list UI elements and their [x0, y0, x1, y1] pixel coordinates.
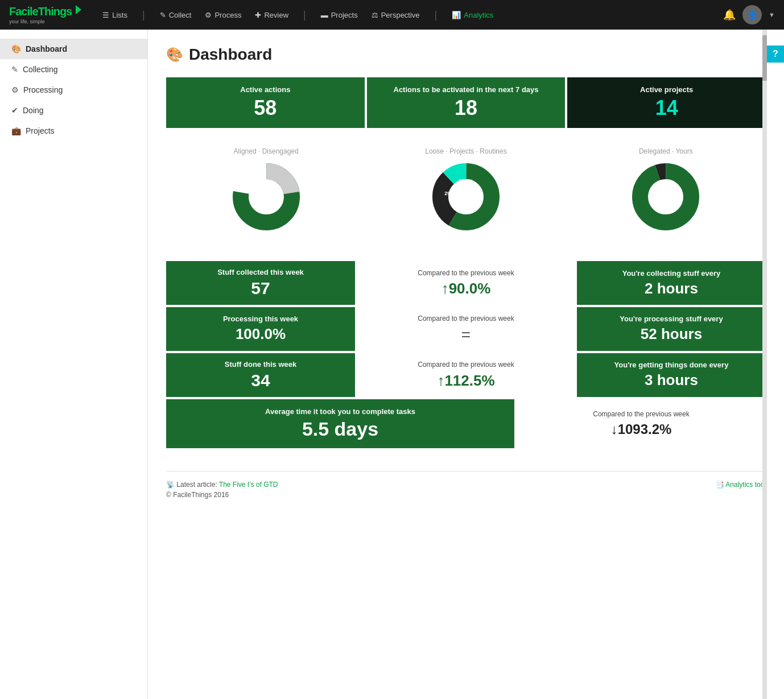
donut-delegated: Delegated · Yours 94.8% [566, 147, 766, 234]
donut-delegated-legend: Delegated · Yours [638, 147, 694, 155]
nav-analytics[interactable]: 📊 Analytics [446, 7, 499, 23]
processing-compare: Compared to the previous week = [357, 307, 575, 351]
active-projects-card: Active projects 14 [567, 77, 766, 128]
page-layout: 🎨 Dashboard ✎ Collecting ⚙ Processing ✔ … [0, 30, 784, 699]
metrics-row-processing: Processing this week 100.0% Compared to … [166, 307, 766, 351]
dashboard-icon: 🎨 [11, 44, 21, 53]
active-actions-value: 58 [254, 96, 277, 120]
processing-card: Processing this week 100.0% [166, 307, 355, 351]
nav-review[interactable]: ✚ Review [249, 7, 294, 23]
footer-analytics-tool[interactable]: 📑 Analytics tool [716, 481, 766, 499]
active-actions-label: Active actions [240, 85, 290, 94]
metrics-grid: Stuff collected this week 57 Compared to… [166, 261, 766, 448]
stuff-collected-compare: Compared to the previous week ↑90.0% [357, 261, 575, 305]
donut-delegated-chart: 94.8% [629, 160, 703, 234]
nav-separator-1: | [142, 9, 145, 21]
analytics-icon: 📊 [452, 11, 461, 19]
top-cards: Active actions 58 Actions to be activate… [166, 77, 766, 128]
collecting-frequency-card: You're collecting stuff every 2 hours [577, 261, 766, 305]
rss-icon: 📡 [166, 481, 175, 489]
avatar[interactable]: 👤 [742, 5, 762, 24]
sidebar-item-processing[interactable]: ⚙ Processing [0, 80, 147, 100]
processing-compare-value: = [461, 326, 471, 344]
nav-perspective[interactable]: ⚖ Perspective [366, 7, 426, 23]
page-title: 🎨 Dashboard [166, 46, 766, 64]
sidebar-item-doing[interactable]: ✔ Doing [0, 100, 147, 121]
svg-text:29.3%: 29.3% [444, 191, 459, 196]
stuff-done-compare: Compared to the previous week ↑112.5% [357, 353, 575, 397]
nav-right: 🔔 👤 ▼ [723, 5, 775, 24]
processing-frequency-card: You're processing stuff every 52 hours [577, 307, 766, 351]
brand: FacileThings your life, simple [9, 5, 83, 24]
metrics-row-collected: Stuff collected this week 57 Compared to… [166, 261, 766, 305]
page-title-icon: 🎨 [166, 47, 183, 63]
nav-separator-3: | [435, 9, 438, 21]
done-frequency-card: You're getting things done every 3 hours [577, 353, 766, 397]
projects-icon: ▬ [321, 11, 328, 19]
sidebar-item-dashboard[interactable]: 🎨 Dashboard [0, 39, 147, 59]
stuff-done-compare-value: ↑112.5% [437, 372, 494, 390]
collect-icon: ✎ [160, 11, 166, 19]
review-icon: ✚ [255, 11, 261, 19]
nav-projects[interactable]: ▬ Projects [315, 7, 364, 23]
donut-loose-svg: 29.3% 58.6% 12.1% [429, 160, 503, 234]
brand-logo-icon [76, 5, 81, 14]
collecting-frequency-label: You're collecting stuff every [622, 269, 721, 278]
processing-frequency-value: 52 hours [641, 325, 702, 343]
donut-aligned: Aligned · Disengaged 22.4% 77.6% [166, 147, 366, 234]
actions-next-7-label: Actions to be activated in the next 7 da… [394, 85, 539, 94]
perspective-icon: ⚖ [372, 11, 378, 19]
footer-article-link[interactable]: The Five I's of GTD [219, 481, 278, 489]
sidebar-projects-icon: 💼 [11, 126, 21, 135]
avg-time-compare: Compared to the previous week ↓1093.2% [517, 399, 766, 448]
stuff-collected-card: Stuff collected this week 57 [166, 261, 355, 305]
donut-aligned-chart: 22.4% 77.6% [229, 160, 303, 234]
sidebar: 🎨 Dashboard ✎ Collecting ⚙ Processing ✔ … [0, 30, 148, 699]
lists-icon: ☰ [102, 11, 109, 19]
footer-rss: 📡 Latest article: The Five I's of GTD [166, 481, 278, 489]
footer: 📡 Latest article: The Five I's of GTD © … [166, 471, 766, 499]
avg-time-label: Average time it took you to complete tas… [265, 407, 415, 416]
sidebar-item-projects[interactable]: 💼 Projects [0, 121, 147, 141]
donut-loose-chart: 29.3% 58.6% 12.1% [429, 160, 503, 234]
footer-rss-label: Latest article: [176, 481, 217, 489]
nav-process[interactable]: ⚙ Process [199, 7, 247, 23]
svg-text:22.4%: 22.4% [258, 184, 274, 191]
stuff-collected-compare-label: Compared to the previous week [418, 268, 514, 278]
processing-value: 100.0% [236, 325, 286, 343]
svg-text:77.6%: 77.6% [257, 201, 275, 208]
avg-time-card: Average time it took you to complete tas… [166, 399, 514, 448]
processing-compare-label: Compared to the previous week [418, 314, 514, 324]
stuff-done-label: Stuff done this week [225, 360, 296, 369]
svg-text:94.8%: 94.8% [657, 197, 675, 204]
donut-aligned-svg: 22.4% 77.6% [229, 160, 303, 234]
sidebar-item-collecting[interactable]: ✎ Collecting [0, 59, 147, 80]
help-button[interactable]: ? [767, 46, 784, 63]
footer-left: 📡 Latest article: The Five I's of GTD © … [166, 481, 278, 499]
collecting-frequency-value: 2 hours [645, 280, 698, 297]
nav-dropdown-icon[interactable]: ▼ [769, 11, 775, 18]
done-frequency-label: You're getting things done every [614, 361, 729, 369]
scroll-thumb[interactable] [762, 35, 767, 81]
stuff-done-value: 34 [251, 371, 270, 390]
donut-aligned-legend: Aligned · Disengaged [233, 147, 300, 155]
notification-bell-icon[interactable]: 🔔 [723, 9, 736, 21]
avg-time-compare-value: ↓1093.2% [611, 421, 672, 437]
nav-collect[interactable]: ✎ Collect [154, 7, 197, 23]
active-actions-card: Active actions 58 [166, 77, 365, 128]
stuff-collected-compare-value: ↑90.0% [441, 280, 491, 297]
donut-loose-legend: Loose · Projects · Routines [424, 147, 507, 155]
navbar: FacileThings your life, simple ☰ Lists |… [0, 0, 784, 30]
main-content: 🎨 Dashboard Active actions 58 Actions to… [148, 30, 784, 699]
donut-section: Aligned · Disengaged 22.4% 77.6% [166, 142, 766, 245]
svg-text:58.6%: 58.6% [464, 196, 480, 202]
brand-name: FacileThings [9, 5, 72, 18]
analytics-tool-icon: 📑 [716, 481, 724, 489]
nav-lists[interactable]: ☰ Lists [97, 7, 133, 23]
process-icon: ⚙ [205, 11, 212, 19]
scrollbar[interactable] [762, 30, 767, 699]
donut-delegated-svg: 94.8% [629, 160, 703, 234]
active-projects-label: Active projects [640, 85, 693, 94]
footer-copyright: © FacileThings 2016 [166, 491, 278, 499]
stuff-done-card: Stuff done this week 34 [166, 353, 355, 397]
